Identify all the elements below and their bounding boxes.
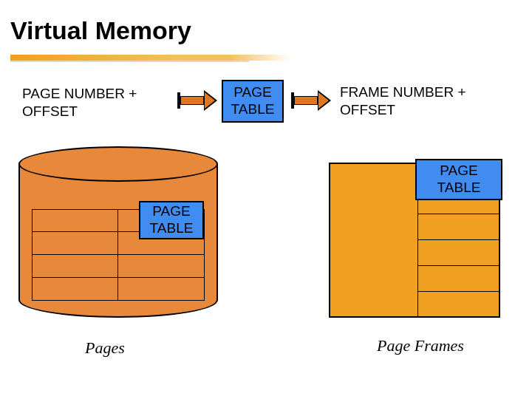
caption-pages: Pages [85,338,125,358]
arrow-to-page-table [177,90,217,111]
page-table-center-box: PAGE TABLE [222,80,284,123]
label-frame-number-offset: FRAME NUMBER + OFFSET [340,83,495,119]
caption-page-frames: Page Frames [377,336,464,355]
arrow-to-frame-output [291,90,331,111]
label-page-number-offset: PAGE NUMBER + OFFSET [22,85,155,120]
page-table-frame-box: PAGE TABLE [415,159,502,200]
title-underline [10,55,291,62]
page-table-cyl-box: PAGE TABLE [139,201,204,239]
page-title: Virtual Memory [0,0,532,45]
